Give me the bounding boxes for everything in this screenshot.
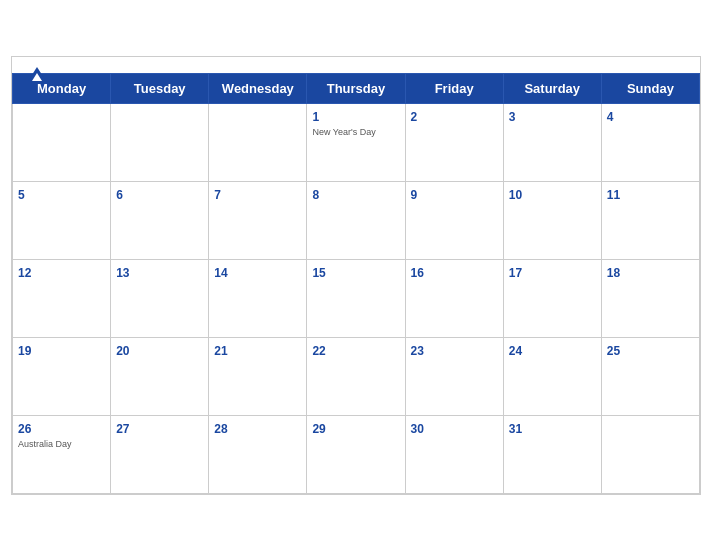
day-number: 2 [411,110,418,124]
table-row: 1New Year's Day [307,103,405,181]
day-number: 5 [18,188,25,202]
table-row [13,103,111,181]
day-number: 25 [607,344,620,358]
table-row: 14 [209,259,307,337]
logo [28,65,46,81]
day-number: 30 [411,422,424,436]
day-number: 14 [214,266,227,280]
calendar-week-5: 26Australia Day2728293031 [13,415,700,493]
table-row: 16 [405,259,503,337]
table-row: 13 [111,259,209,337]
weekday-sunday: Sunday [601,73,699,103]
table-row: 2 [405,103,503,181]
table-row: 19 [13,337,111,415]
day-number: 3 [509,110,516,124]
day-number: 20 [116,344,129,358]
table-row: 9 [405,181,503,259]
day-number: 7 [214,188,221,202]
day-number: 8 [312,188,319,202]
table-row: 7 [209,181,307,259]
day-number: 27 [116,422,129,436]
table-row: 22 [307,337,405,415]
table-row: 28 [209,415,307,493]
weekday-wednesday: Wednesday [209,73,307,103]
table-row: 4 [601,103,699,181]
table-row: 21 [209,337,307,415]
table-row: 11 [601,181,699,259]
table-row: 18 [601,259,699,337]
weekday-friday: Friday [405,73,503,103]
holiday-label: New Year's Day [312,127,399,138]
day-number: 18 [607,266,620,280]
table-row: 20 [111,337,209,415]
table-row: 27 [111,415,209,493]
calendar-container: MondayTuesdayWednesdayThursdayFridaySatu… [11,56,701,495]
calendar-week-1: 1New Year's Day234 [13,103,700,181]
day-number: 12 [18,266,31,280]
table-row: 3 [503,103,601,181]
calendar-table: MondayTuesdayWednesdayThursdayFridaySatu… [12,73,700,494]
calendar-week-3: 12131415161718 [13,259,700,337]
table-row: 5 [13,181,111,259]
table-row [601,415,699,493]
day-number: 29 [312,422,325,436]
calendar-header [12,57,700,73]
table-row: 26Australia Day [13,415,111,493]
calendar-week-2: 567891011 [13,181,700,259]
table-row: 17 [503,259,601,337]
day-number: 26 [18,422,31,436]
weekday-thursday: Thursday [307,73,405,103]
day-number: 1 [312,110,319,124]
table-row: 6 [111,181,209,259]
table-row: 24 [503,337,601,415]
day-number: 16 [411,266,424,280]
day-number: 21 [214,344,227,358]
day-number: 13 [116,266,129,280]
table-row [209,103,307,181]
day-number: 15 [312,266,325,280]
table-row: 10 [503,181,601,259]
table-row [111,103,209,181]
day-number: 9 [411,188,418,202]
logo-icon [28,67,46,81]
table-row: 23 [405,337,503,415]
day-number: 31 [509,422,522,436]
table-row: 15 [307,259,405,337]
day-number: 4 [607,110,614,124]
holiday-label: Australia Day [18,439,105,450]
table-row: 12 [13,259,111,337]
table-row: 31 [503,415,601,493]
day-number: 6 [116,188,123,202]
day-number: 28 [214,422,227,436]
day-number: 22 [312,344,325,358]
day-number: 10 [509,188,522,202]
weekday-tuesday: Tuesday [111,73,209,103]
day-number: 19 [18,344,31,358]
weekday-header-row: MondayTuesdayWednesdayThursdayFridaySatu… [13,73,700,103]
table-row: 30 [405,415,503,493]
day-number: 24 [509,344,522,358]
day-number: 11 [607,188,620,202]
day-number: 23 [411,344,424,358]
day-number: 17 [509,266,522,280]
table-row: 29 [307,415,405,493]
table-row: 8 [307,181,405,259]
weekday-saturday: Saturday [503,73,601,103]
table-row: 25 [601,337,699,415]
calendar-week-4: 19202122232425 [13,337,700,415]
